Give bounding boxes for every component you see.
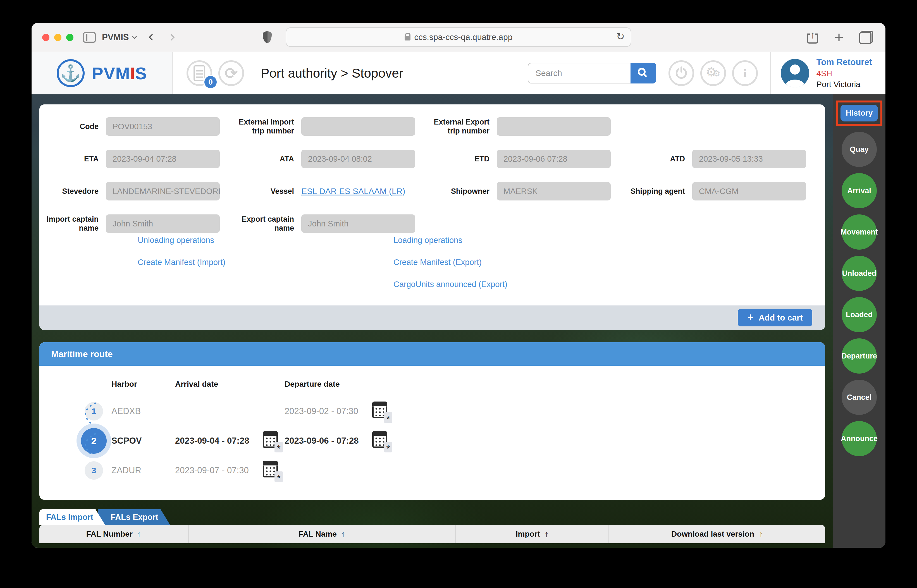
atd-label: ATD [626,154,685,163]
close-window-button[interactable] [42,34,49,41]
refresh-button[interactable]: ⟳ [218,60,244,86]
sort-asc-icon: ↑ [137,529,141,539]
action-quay[interactable]: Quay [842,132,877,167]
route-connector [78,432,100,457]
departure-datepicker-icon[interactable]: * [372,431,387,448]
action-departure[interactable]: Departure [842,338,877,373]
stevedore-field: LANDEMARINE-STEVEDORE [106,182,220,200]
column-download-last-version[interactable]: Download last version↑ [609,525,825,543]
zoom-window-button[interactable] [66,34,73,41]
reload-icon[interactable]: ↻ [616,31,625,42]
new-tab-icon[interactable]: + [834,30,844,45]
power-icon [676,68,687,79]
user-name: Tom Retouret [817,57,872,67]
privacy-shield-icon[interactable] [263,31,272,43]
lock-icon [405,36,410,40]
etd-field: 2023-09-06 07:28 [497,150,611,168]
create-manifest-export-link[interactable]: Create Manifest (Export) [394,258,507,267]
vessel-label: Vessel [235,187,294,196]
column-fal-name[interactable]: FAL Name↑ [189,525,456,543]
window-controls [42,34,73,41]
external-export-field [497,117,611,136]
departure-date: 2023-09-02 - 07:30 [284,406,358,416]
card-footer: + Add to cart [39,305,825,330]
back-button[interactable] [149,34,155,40]
asterisk-badge: * [384,442,392,452]
action-rail: History Quay Arrival Movement Unloaded L… [833,94,885,548]
settings-button[interactable]: ⚙⚙ [700,60,726,86]
action-unloaded[interactable]: Unloaded [842,256,877,291]
eta-label: ETA [39,154,98,163]
external-export-label: External Export trip number [430,118,489,136]
arrival-datepicker-icon[interactable]: * [263,431,278,448]
import-captain-field: John Smith [106,215,220,233]
export-captain-field: John Smith [301,215,415,233]
minimize-window-button[interactable] [54,34,61,41]
vessel-link[interactable]: ESL DAR ES SALAAM (LR) [301,186,405,196]
departure-datepicker-icon[interactable]: * [372,402,387,418]
arrival-date: 2023-09-04 - 07:28 [175,436,249,446]
browser-window: PVMIS ccs.spa-ccs-qa.quatre.app ↻ ↑ + ⚓ … [32,23,885,548]
history-button[interactable]: History [841,105,878,121]
stevedore-label: Stevedore [39,187,98,196]
harbor-code: SCPOV [111,436,142,446]
unloading-operations-link[interactable]: Unloading operations [138,236,225,245]
sidebar-toggle-icon[interactable] [83,32,96,43]
loading-operations-link[interactable]: Loading operations [394,236,507,245]
avatar [781,59,809,87]
route-stop-row: 3 ZADUR 2023-09-07 - 07:30 * [39,456,825,485]
harbor-code: AEDXB [111,406,141,416]
action-cancel[interactable]: Cancel [842,380,877,415]
cart-count-badge: 0 [203,75,218,89]
refresh-icon: ⟳ [225,64,238,82]
search-button[interactable] [631,63,656,84]
sort-asc-icon: ↑ [341,529,345,539]
cargounits-announced-link[interactable]: CargoUnits announced (Export) [394,280,507,289]
tab-fals-export[interactable]: FALs Export [98,509,170,525]
app-menu[interactable]: PVMIS [102,32,137,42]
user-profile[interactable]: Tom Retouret 4SH Port Victoria [781,57,885,89]
column-fal-number[interactable]: FAL Number↑ [39,525,189,543]
tab-fals-import[interactable]: FALs Import [39,509,105,525]
info-button[interactable]: i [732,60,758,86]
app-header: ⚓ PVMIS 0 ⟳ Port authority > Stopover ⚙⚙… [32,52,885,94]
route-step-badge: 3 [85,461,103,480]
ata-field: 2023-09-04 08:02 [301,150,415,168]
add-to-cart-button[interactable]: + Add to cart [738,309,812,326]
brand-name: PVMIS [92,63,147,83]
stopover-card: CodePOV00153 External Import trip number… [39,104,825,330]
action-announce[interactable]: Announce [842,421,877,456]
column-import[interactable]: Import↑ [456,525,609,543]
page-title: Port authority > Stopover [261,66,403,81]
address-bar[interactable]: ccs.spa-ccs-qa.quatre.app ↻ [286,27,631,47]
browser-toolbar: PVMIS ccs.spa-ccs-qa.quatre.app ↻ ↑ + [32,23,885,52]
create-manifest-import-link[interactable]: Create Manifest (Import) [138,258,225,267]
share-icon[interactable]: ↑ [806,31,819,44]
search-input[interactable] [528,63,631,84]
header-divider [770,52,771,94]
tab-overview-icon[interactable] [859,31,873,44]
external-import-label: External Import trip number [235,118,294,136]
departure-date: 2023-09-06 - 07:28 [284,436,358,446]
shipping-agent-field: CMA-CGM [692,182,806,200]
cart-button[interactable]: 0 [187,60,212,86]
anchor-logo-icon: ⚓ [57,59,85,87]
sort-asc-icon: ↑ [544,529,549,539]
arrival-column-header: Arrival date [175,380,218,389]
route-connector [78,402,100,426]
brand-logo[interactable]: ⚓ PVMIS [32,52,173,94]
etd-label: ETD [430,154,489,163]
action-movement[interactable]: Movement [842,215,877,250]
logout-button[interactable] [668,60,694,86]
app-menu-label: PVMIS [102,32,129,42]
arrival-date: 2023-09-07 - 07:30 [175,465,249,475]
maritime-route-header: Maritime route [39,342,825,366]
action-arrival[interactable]: Arrival [842,173,877,208]
arrival-datepicker-icon[interactable]: * [263,461,278,477]
forward-button[interactable] [168,34,175,40]
fals-table-header: FAL Number↑ FAL Name↑ Import↑ Download l… [39,525,825,543]
chevron-down-icon [132,34,137,39]
external-import-field [301,117,415,136]
action-loaded[interactable]: Loaded [842,297,877,332]
maritime-route-card: Maritime route Harbor Arrival date Depar… [39,342,825,500]
